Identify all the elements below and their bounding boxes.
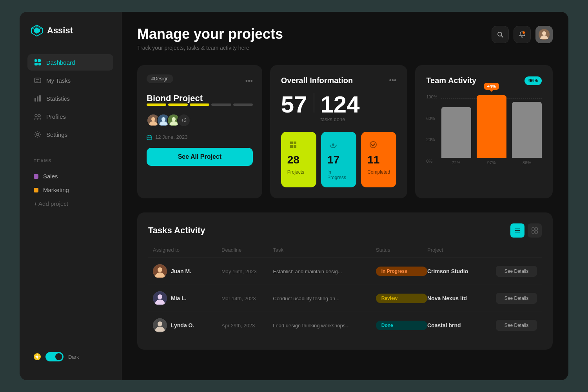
header-title: Manage your projects Track your projects… [137,26,283,51]
team-label: Marketing [43,187,69,193]
svg-point-33 [172,117,176,121]
progress-seg-2 [168,103,188,106]
chart-bar-label-2: 97% [487,160,496,165]
sidebar-item-dashboard[interactable]: Dashboard [27,54,113,71]
project-name: Coastal brnd [427,322,496,328]
tasks-icon [34,76,42,84]
biond-menu-button[interactable]: ••• [245,77,253,85]
table-header: Assigned to Deadline Task Status Project [148,247,542,258]
table-row: Lynda O. Apr 29th, 2023 Lead design thin… [148,312,542,339]
progress-bar [147,103,253,106]
search-button[interactable] [492,26,509,43]
team-label: Sales [43,173,58,180]
sidebar-item-statistics[interactable]: Statistics [27,90,113,107]
svg-rect-7 [34,63,38,65]
avatars-row: +3 [147,114,253,127]
task-description: Establish and maintain desig... [273,269,376,274]
add-project-label: + Add project [34,200,68,207]
col-task: Task [273,247,376,253]
marketing-dot [34,188,38,192]
see-all-button[interactable]: See All Project [147,148,253,166]
svg-rect-13 [37,96,38,102]
deadline: Apr 29th, 2023 [221,323,273,328]
overall-box-completed: 11 Completed [361,132,396,187]
chart-bar-label-3: 86% [523,160,531,165]
col-deadline: Deadline [221,247,273,253]
team-marketing[interactable]: Marketing [27,183,113,197]
tasks-done-num: 124 [321,93,360,116]
progress-seg-3 [190,103,209,106]
app-wrapper: Assist Dashboard [20,12,568,380]
logo-icon [31,24,43,37]
sidebar-item-label: Settings [46,131,67,138]
svg-point-31 [162,117,165,121]
overall-menu-button[interactable]: ••• [389,76,396,85]
avatar-count: +3 [177,114,191,127]
see-details-button[interactable]: See Details [496,293,537,304]
svg-point-27 [542,31,546,35]
box-number-projects: 28 [287,154,299,166]
statistics-icon [34,94,42,102]
dashboard-icon [34,58,42,66]
status-badge: Done [376,321,427,330]
chart-bar-group-1: 72% [441,107,471,165]
activity-badge: 96% [524,76,542,85]
activity-title: Team Activity [426,76,476,85]
svg-point-53 [158,321,162,326]
header-actions [492,26,553,43]
grid-view-button[interactable] [528,223,542,238]
table-row: Mia L. Mar 14th, 2023 Conduct usability … [148,285,542,312]
col-action [496,247,537,253]
theme-toggle-track[interactable] [45,352,64,361]
overall-box-projects: 28 Projects [281,132,316,187]
svg-point-18 [36,356,38,358]
tasks-done-label: tasks done [321,116,360,122]
task-description: Lead design thinking workshops... [273,323,376,328]
box-label-completed: Completed [367,169,390,175]
project-name: Nova Nexus ltd [427,295,496,301]
svg-point-51 [158,294,162,299]
assignee-avatar [153,318,167,332]
nav-menu: Dashboard My Tasks [27,54,113,143]
team-sales[interactable]: Sales [27,169,113,183]
sidebar-bottom: Dark [27,346,113,368]
cards-row: #Design ••• Biond Project [137,65,553,198]
completed-icon [367,139,379,151]
svg-point-40 [370,142,376,148]
page-subtitle: Track your projects, tasks & team activi… [137,45,283,51]
assignee-avatar [153,291,167,305]
y-label-60: 60% [426,116,437,121]
svg-rect-9 [34,78,41,83]
overall-tasks-done: 124 tasks done [321,93,360,122]
chart-bar-1 [441,107,471,158]
list-view-button[interactable] [510,223,524,238]
deadline: Mar 14th, 2023 [221,296,273,301]
svg-rect-34 [147,136,152,140]
sidebar: Assist Dashboard [20,12,122,380]
overall-number1: 57 [281,93,307,116]
svg-rect-6 [38,59,41,62]
teams-section: TEAMS Sales Marketing + Add project [27,158,113,211]
overall-title: Overall Information [281,76,353,85]
sidebar-item-label: My Tasks [46,77,71,84]
sales-dot [34,174,38,179]
sidebar-item-my-tasks[interactable]: My Tasks [27,72,113,89]
sidebar-item-profiles[interactable]: Profiles [27,108,113,125]
progress-seg-4 [211,103,231,106]
overall-box-inprogress: 17 In Progress [321,132,356,187]
notification-button[interactable] [514,26,531,43]
teams-label: TEAMS [27,158,113,163]
y-label-0: 0% [426,159,437,163]
see-details-button[interactable]: See Details [496,266,537,277]
sidebar-item-settings[interactable]: Settings [27,126,113,143]
overall-divider [314,93,314,113]
svg-rect-14 [39,95,41,102]
user-avatar-button[interactable] [535,26,553,43]
tasks-header: Tasks Activity [148,223,542,238]
chart-area: 100% 60% 20% 0% 72% +4% [426,94,542,165]
overall-header: Overall Information ••• [281,76,397,85]
add-project-button[interactable]: + Add project [27,197,113,211]
see-details-button[interactable]: See Details [496,320,537,331]
settings-icon [34,131,42,138]
team-activity-card: Team Activity 96% 100% 60% 20% 0% 72% [415,65,553,198]
